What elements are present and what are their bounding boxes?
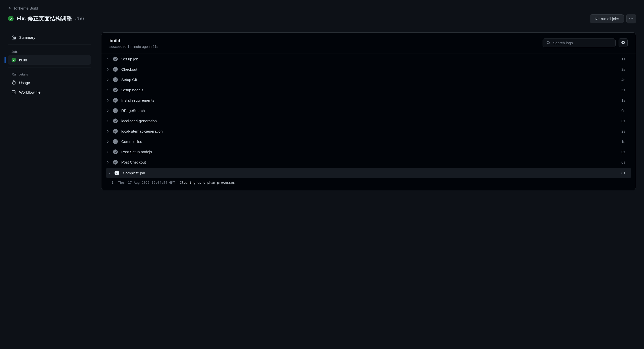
svg-point-1 bbox=[547, 41, 549, 44]
chevron-right-icon bbox=[106, 119, 109, 123]
step-row[interactable]: RPageSearch0s bbox=[101, 105, 636, 116]
sidebar: Summary Jobs build Run details Usage bbox=[8, 32, 91, 190]
sidebar-details-label: Run details bbox=[8, 70, 91, 78]
step-name: local-sitemap-generation bbox=[121, 129, 618, 133]
gear-icon bbox=[621, 41, 625, 45]
step-row[interactable]: Setup nodejs5s bbox=[101, 85, 636, 95]
step-row[interactable]: local-feed-generation0s bbox=[101, 116, 636, 126]
breadcrumb[interactable]: RTheme Build bbox=[8, 6, 636, 10]
step-name: RPageSearch bbox=[121, 108, 618, 113]
step-row[interactable]: Complete job0s bbox=[106, 168, 631, 178]
check-circle-icon bbox=[113, 77, 118, 82]
log-line: 1Thu, 17 Aug 2023 12:04:54 GMTCleaning u… bbox=[101, 179, 636, 190]
step-duration: 2s bbox=[621, 67, 625, 71]
step-row[interactable]: Set up job1s bbox=[101, 54, 636, 64]
check-circle-icon bbox=[115, 171, 119, 175]
step-name: local-feed-generation bbox=[121, 119, 618, 123]
chevron-right-icon bbox=[106, 109, 109, 112]
workflow-title: Fix. 修正页面结构调整 #56 bbox=[8, 15, 84, 22]
check-circle-icon bbox=[12, 58, 16, 62]
chevron-right-icon bbox=[106, 78, 109, 82]
check-circle-icon bbox=[113, 149, 118, 154]
step-name: Install requirements bbox=[121, 98, 618, 102]
step-duration: 0s bbox=[621, 119, 625, 123]
sidebar-item-usage[interactable]: Usage bbox=[8, 78, 91, 87]
step-name: Checkout bbox=[121, 67, 618, 71]
stopwatch-icon bbox=[12, 80, 16, 85]
sidebar-item-summary[interactable]: Summary bbox=[8, 32, 91, 42]
step-name: Setup Git bbox=[121, 77, 618, 82]
sidebar-workflow-file-label: Workflow file bbox=[19, 90, 41, 94]
check-circle-icon bbox=[8, 16, 14, 21]
step-duration: 5s bbox=[621, 88, 625, 92]
step-duration: 0s bbox=[621, 160, 625, 164]
step-duration: 0s bbox=[621, 171, 625, 175]
check-circle-icon bbox=[113, 88, 118, 92]
sidebar-item-build[interactable]: build bbox=[8, 55, 91, 65]
chevron-right-icon bbox=[106, 88, 109, 92]
check-circle-icon bbox=[113, 139, 118, 144]
chevron-right-icon bbox=[106, 68, 109, 71]
chevron-right-icon bbox=[106, 130, 109, 133]
search-logs-box[interactable] bbox=[543, 38, 616, 47]
step-row[interactable]: Setup Git4s bbox=[101, 74, 636, 85]
chevron-right-icon bbox=[106, 161, 109, 164]
step-row[interactable]: Commit files1s bbox=[101, 136, 636, 147]
check-circle-icon bbox=[113, 119, 118, 123]
step-name: Post Checkout bbox=[121, 160, 618, 164]
step-name: Commit files bbox=[121, 139, 618, 144]
step-name: Complete job bbox=[123, 171, 618, 175]
step-name: Post Setup nodejs bbox=[121, 150, 618, 154]
sidebar-item-workflow-file[interactable]: Workflow file bbox=[8, 87, 91, 97]
step-duration: 1s bbox=[621, 57, 625, 61]
divider bbox=[8, 45, 91, 45]
settings-button[interactable] bbox=[619, 38, 628, 47]
kebab-horizontal-icon bbox=[629, 17, 633, 21]
chevron-right-icon bbox=[106, 150, 109, 154]
check-circle-icon bbox=[113, 108, 118, 113]
check-circle-icon bbox=[113, 129, 118, 134]
step-name: Set up job bbox=[121, 57, 618, 61]
workflow-title-number: #56 bbox=[75, 15, 84, 22]
divider bbox=[8, 67, 91, 67]
chevron-down-icon bbox=[107, 171, 111, 175]
check-circle-icon bbox=[113, 67, 118, 72]
sidebar-summary-label: Summary bbox=[19, 35, 35, 40]
check-circle-icon bbox=[113, 98, 118, 103]
step-duration: 1s bbox=[621, 98, 625, 102]
step-duration: 0s bbox=[621, 109, 625, 113]
arrow-left-icon bbox=[8, 6, 12, 10]
sidebar-jobs-label: Jobs bbox=[8, 47, 91, 55]
step-row[interactable]: local-sitemap-generation2s bbox=[101, 126, 636, 136]
check-circle-icon bbox=[113, 57, 118, 61]
job-title: build bbox=[109, 38, 158, 44]
sidebar-job-name: build bbox=[19, 58, 27, 62]
home-icon bbox=[12, 35, 16, 40]
step-duration: 1s bbox=[621, 140, 625, 144]
job-subtitle: succeeded 1 minute ago in 21s bbox=[109, 45, 158, 49]
step-row[interactable]: Checkout2s bbox=[101, 64, 636, 74]
breadcrumb-label: RTheme Build bbox=[14, 6, 38, 10]
log-line-number: 1 bbox=[106, 181, 118, 184]
workflow-title-text: Fix. 修正页面结构调整 bbox=[17, 15, 72, 22]
log-timestamp: Thu, 17 Aug 2023 12:04:54 GMT bbox=[118, 181, 175, 184]
step-duration: 2s bbox=[621, 129, 625, 133]
search-icon bbox=[546, 41, 550, 45]
step-duration: 0s bbox=[621, 150, 625, 154]
step-name: Setup nodejs bbox=[121, 88, 618, 92]
step-duration: 4s bbox=[621, 78, 625, 82]
step-row[interactable]: Post Setup nodejs0s bbox=[101, 147, 636, 157]
chevron-right-icon bbox=[106, 99, 109, 102]
file-code-icon bbox=[12, 90, 16, 94]
step-row[interactable]: Post Checkout0s bbox=[101, 157, 636, 167]
chevron-right-icon bbox=[106, 140, 109, 143]
sidebar-usage-label: Usage bbox=[19, 81, 30, 85]
more-button[interactable] bbox=[626, 14, 636, 23]
check-circle-icon bbox=[113, 160, 118, 165]
main-panel: build succeeded 1 minute ago in 21s Se bbox=[101, 32, 636, 190]
log-message: Cleaning up orphan processes bbox=[180, 181, 235, 184]
search-logs-input[interactable] bbox=[553, 41, 612, 45]
step-row[interactable]: Install requirements1s bbox=[101, 95, 636, 105]
chevron-right-icon bbox=[106, 57, 109, 61]
rerun-button[interactable]: Re-run all jobs bbox=[590, 14, 624, 23]
